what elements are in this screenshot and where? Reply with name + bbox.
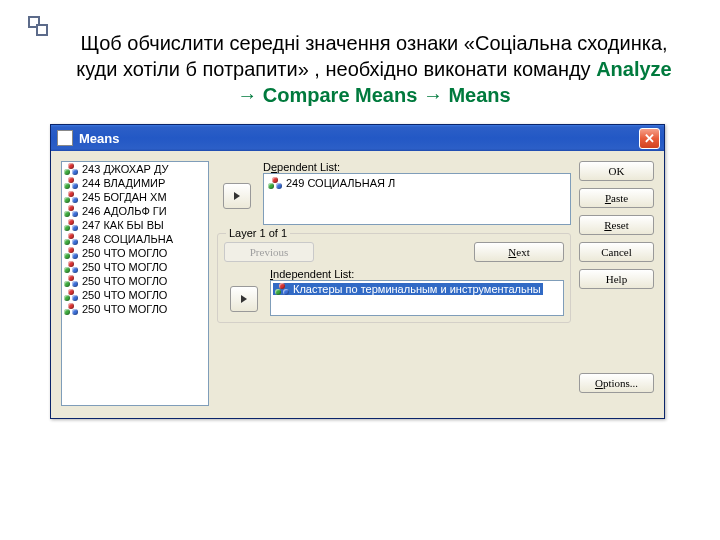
arrow-right-icon	[232, 191, 242, 201]
layer-group: Layer 1 of 1 Previous Next Ind	[217, 233, 571, 323]
instruction-text: Щоб обчислити середні значення ознаки «С…	[68, 30, 680, 108]
dependent-list[interactable]: 249 СОЦИАЛЬНАЯ Л	[263, 173, 571, 225]
dependent-label: Dependent List:	[263, 161, 571, 173]
independent-list[interactable]: Кластеры по терминальным и инструменталь…	[270, 280, 564, 316]
selected-item[interactable]: Кластеры по терминальным и инструменталь…	[273, 283, 543, 295]
variable-icon	[64, 303, 80, 315]
titlebar[interactable]: Means ✕	[51, 125, 664, 151]
list-item[interactable]: 245 БОГДАН ХМ	[62, 190, 208, 204]
list-item[interactable]: 250 ЧТО МОГЛО	[62, 302, 208, 316]
arrow-right-icon	[239, 294, 249, 304]
variable-icon	[275, 283, 291, 295]
list-item[interactable]: 250 ЧТО МОГЛО	[62, 288, 208, 302]
variable-icon	[64, 261, 80, 273]
variable-icon	[64, 247, 80, 259]
ok-button[interactable]: OK	[579, 161, 654, 181]
close-button[interactable]: ✕	[639, 128, 660, 149]
help-button[interactable]: Help	[579, 269, 654, 289]
cancel-button[interactable]: Cancel	[579, 242, 654, 262]
reset-button[interactable]: Reset	[579, 215, 654, 235]
variable-icon	[64, 205, 80, 217]
move-to-dependent-button[interactable]	[223, 183, 251, 209]
independent-label: Independent List:	[270, 268, 564, 280]
paste-button[interactable]: Paste	[579, 188, 654, 208]
list-item[interactable]: 248 СОЦИАЛЬНА	[62, 232, 208, 246]
variable-icon	[64, 177, 80, 189]
list-item[interactable]: 244 ВЛАДИМИР	[62, 176, 208, 190]
previous-button: Previous	[224, 242, 314, 262]
variable-icon	[64, 233, 80, 245]
variable-icon	[268, 177, 284, 189]
list-item[interactable]: 249 СОЦИАЛЬНАЯ Л	[266, 176, 568, 190]
close-icon: ✕	[644, 131, 655, 146]
list-item[interactable]: 250 ЧТО МОГЛО	[62, 274, 208, 288]
variable-icon	[64, 275, 80, 287]
window-title: Means	[79, 131, 639, 146]
instruction-pre: Щоб обчислити середні значення ознаки «С…	[76, 32, 667, 80]
move-to-independent-button[interactable]	[230, 286, 258, 312]
list-item[interactable]: 243 ДЖОХАР ДУ	[62, 162, 208, 176]
list-item[interactable]: 250 ЧТО МОГЛО	[62, 246, 208, 260]
variable-icon	[64, 289, 80, 301]
variable-icon	[64, 191, 80, 203]
list-item[interactable]: 246 АДОЛЬФ ГИ	[62, 204, 208, 218]
options-button[interactable]: Options...	[579, 373, 654, 393]
means-dialog: Means ✕ 243 ДЖОХАР ДУ 244 ВЛАДИМИР 245 Б…	[50, 124, 665, 419]
list-item[interactable]: 247 КАК БЫ ВЫ	[62, 218, 208, 232]
next-button[interactable]: Next	[474, 242, 564, 262]
variable-icon	[64, 219, 80, 231]
variable-icon	[64, 163, 80, 175]
source-variable-list[interactable]: 243 ДЖОХАР ДУ 244 ВЛАДИМИР 245 БОГДАН ХМ…	[61, 161, 209, 406]
list-item[interactable]: 250 ЧТО МОГЛО	[62, 260, 208, 274]
app-icon	[57, 130, 73, 146]
layer-title: Layer 1 of 1	[226, 227, 290, 239]
